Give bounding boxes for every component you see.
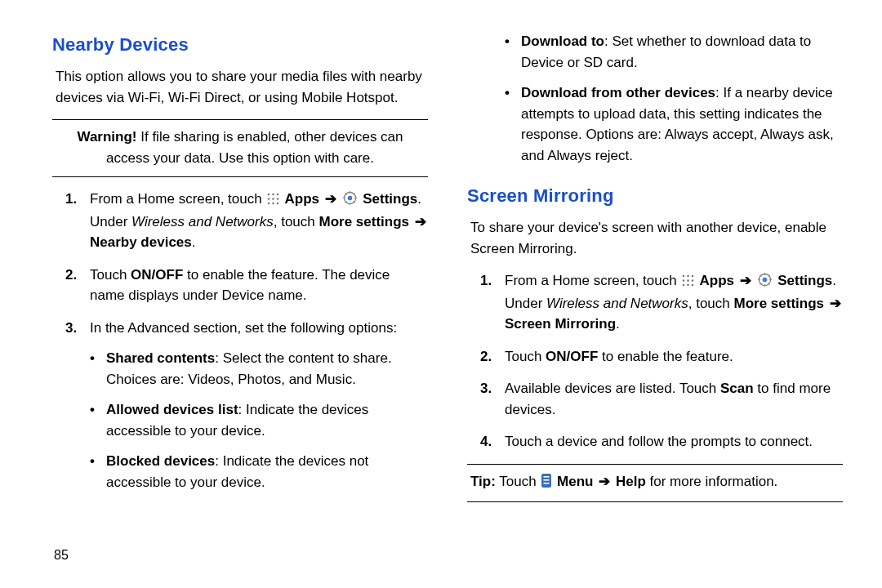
step-1: From a Home screen, touch Apps ➔ Setting… [467,270,843,335]
step-3: Available devices are listed. Touch Scan… [467,378,843,420]
steps-mirroring: From a Home screen, touch Apps ➔ Setting… [467,270,843,452]
divider [467,501,843,502]
svg-point-19 [683,275,685,278]
step-1: From a Home screen, touch Apps ➔ Setting… [52,189,428,253]
svg-point-1 [273,194,275,196]
svg-rect-39 [544,476,550,478]
options-list-continued: Download to: Set whether to download dat… [467,31,843,166]
svg-point-25 [683,284,685,287]
apps-icon [267,190,279,212]
svg-point-29 [763,278,768,283]
settings-icon [343,190,357,212]
list-item: Shared contents: Select the content to s… [90,348,428,390]
list-item: Download to: Set whether to download dat… [505,31,843,73]
svg-point-7 [273,203,275,205]
step-2: Touch ON/OFF to enable the feature. The … [52,265,428,306]
svg-rect-41 [544,483,550,484]
divider [52,119,428,120]
svg-point-21 [692,275,694,278]
step-3: In the Advanced section, set the followi… [52,318,428,493]
svg-point-22 [683,279,685,282]
svg-rect-40 [544,479,550,481]
menu-icon [541,473,551,494]
apps-icon [682,272,694,293]
svg-point-27 [692,284,694,287]
svg-point-10 [348,196,353,201]
right-column: Download to: Set whether to download dat… [467,31,843,564]
svg-point-8 [277,203,279,205]
svg-point-0 [268,194,270,196]
list-item: Download from other devices: If a nearby… [505,82,843,166]
arrow-icon: ➔ [828,296,843,311]
svg-point-6 [268,203,270,205]
warning-block: Warning! If file sharing is enabled, oth… [52,127,428,168]
svg-point-5 [277,198,279,200]
options-list: Shared contents: Select the content to s… [90,348,428,492]
divider [467,464,843,465]
settings-icon [758,272,772,293]
arrow-icon: ➔ [323,191,338,207]
heading-nearby-devices: Nearby Devices [52,31,428,58]
arrow-icon: ➔ [597,474,612,489]
divider [52,176,428,177]
svg-point-24 [692,279,694,282]
list-item: Blocked devices: Indicate the devices no… [90,451,428,492]
steps-nearby: From a Home screen, touch Apps ➔ Setting… [52,189,428,492]
svg-point-3 [268,198,270,200]
intro-mirroring: To share your device's screen with anoth… [470,217,843,259]
svg-point-2 [277,194,279,196]
list-item: Allowed devices list: Indicate the devic… [90,399,428,441]
left-column: Nearby Devices This option allows you to… [52,31,428,564]
svg-point-20 [688,275,690,278]
svg-point-4 [273,198,275,200]
arrow-icon: ➔ [413,214,428,229]
tip-label: Tip: [470,474,496,489]
arrow-icon: ➔ [738,273,753,288]
step-2: Touch ON/OFF to enable the feature. [467,346,843,368]
warning-text: If file sharing is enabled, other device… [106,129,403,166]
warning-label: Warning! [77,129,136,145]
heading-screen-mirroring: Screen Mirroring [467,182,843,209]
step-4: Touch a device and follow the prompts to… [467,431,843,452]
svg-point-23 [688,279,690,282]
intro-nearby: This option allows you to share your med… [56,66,428,108]
page-number: 85 [54,546,69,565]
svg-point-26 [688,284,690,287]
tip-block: Tip: Touch Menu ➔ Help for more informat… [467,471,843,494]
